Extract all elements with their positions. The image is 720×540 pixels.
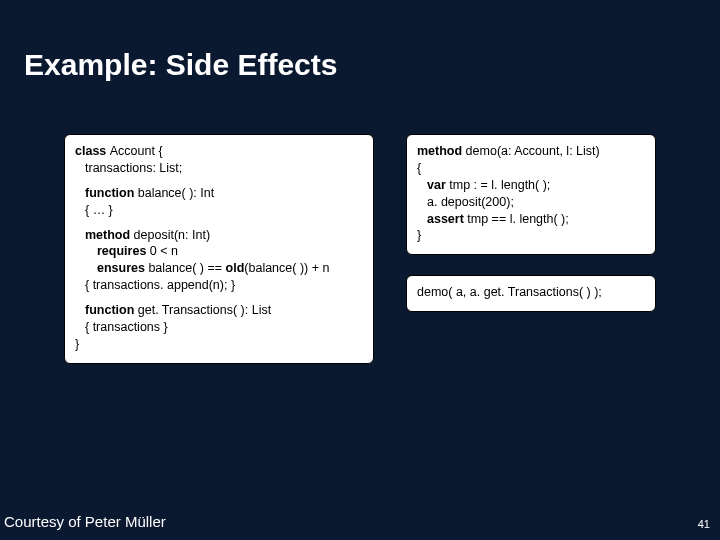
footer-credit: Courtesy of Peter Müller [4, 513, 166, 530]
slide-title: Example: Side Effects [0, 0, 720, 98]
content-area: class Account { transactions: List; func… [0, 98, 720, 364]
code-box-demo: method demo(a: Account, l: List) { var t… [406, 134, 656, 255]
slide-number: 41 [698, 518, 710, 530]
code-box-call: demo( a, a. get. Transactions( ) ); [406, 275, 656, 312]
code-box-account: class Account { transactions: List; func… [64, 134, 374, 364]
